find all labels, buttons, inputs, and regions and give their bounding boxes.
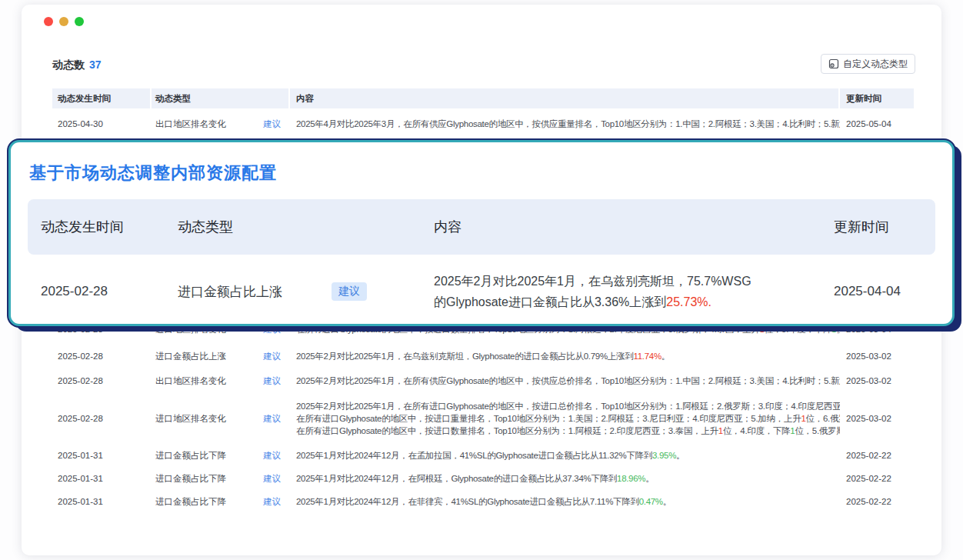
row-time: 2025-01-31 [52,451,152,460]
table-row[interactable]: 2025-02-28 进口地区排名变化 建议 2025年2月对比2025年1月，… [52,393,914,444]
row-time: 2025-04-30 [52,119,152,128]
row-content: 2025年2月对比2025年1月，在所有供应Glyphosate的地区中，按供应… [290,375,840,387]
row-updated: 2025-03-02 [840,352,914,361]
suggest-link[interactable]: 建议 [263,450,281,462]
row-content: 2025年4月对比2025年3月，在所有供应Glyphosate的地区中，按供应… [290,118,840,130]
header-time: 动态发生时间 [52,88,150,108]
popup-table-header: 动态发生时间 动态类型 内容 更新时间 [28,199,935,255]
table-row[interactable]: 2025-01-31 进口金额占比下降 建议 2025年1月对比2024年12月… [52,490,914,513]
row-type: 进口金额占比下降 [155,496,226,508]
row-type: 进口地区排名变化 [155,413,226,425]
row-updated: 2025-03-02 [840,376,914,385]
table-row[interactable]: 2025-01-31 进口金额占比下降 建议 2025年1月对比2024年12月… [52,444,914,467]
popup-title: 基于市场动态调整内部资源配置 [29,162,952,185]
row-updated: 2025-02-22 [840,474,914,483]
popup-header-type: 动态类型 [178,218,434,236]
row-type: 出口地区排名变化 [155,118,226,130]
row-type: 进口金额占比下降 [155,450,226,462]
suggest-link[interactable]: 建议 [263,375,281,387]
header-updated: 更新时间 [840,88,914,108]
row-content: 2025年2月对比2025年1月，在所有进口Glyphosate的地区中，按进口… [290,400,840,437]
customize-button-label: 自定义动态类型 [843,58,908,71]
header-type: 动态类型 [152,88,288,108]
minimize-window-button[interactable] [59,17,68,26]
suggest-link[interactable]: 建议 [263,496,281,508]
row-updated: 2025-02-22 [840,451,914,460]
row-type: 进口金额占比上涨 [155,351,226,362]
row-content: 2025年1月对比2024年12月，在阿根廷，Glyphosate的进口金额占比… [290,472,840,485]
row-time: 2025-01-31 [52,474,152,483]
table-row[interactable]: 2025-02-28 出口地区排名变化 建议 2025年2月对比2025年1月，… [52,368,914,393]
window-controls [44,17,84,26]
table-row[interactable]: 2025-04-30 出口地区排名变化 建议 2025年4月对比2025年3月，… [52,108,914,139]
header-content: 内容 [290,88,838,108]
dynamics-count-label: 动态数 [52,58,85,71]
row-updated: 2025-05-04 [840,119,914,128]
dynamics-count-value: 37 [89,58,102,71]
row-time: 2025-02-28 [52,352,152,361]
row-updated: 2025-02-22 [840,497,914,506]
table-header: 动态发生时间 动态类型 内容 更新时间 [52,88,914,108]
suggest-link[interactable]: 建议 [263,118,281,130]
customize-icon [828,58,839,69]
row-content: 2025年1月对比2024年12月，在菲律宾，41%SL的Glyphosate进… [290,495,840,508]
toolbar: 动态数37 自定义动态类型 [52,54,915,75]
customize-dynamic-type-button[interactable]: 自定义动态类型 [821,54,915,74]
suggest-link[interactable]: 建议 [263,413,281,425]
popup-row-time: 2025-02-28 [41,284,178,299]
suggest-link[interactable]: 建议 [263,473,281,485]
table-row[interactable]: 2025-02-28 进口金额占比上涨 建议 2025年2月对比2025年1月，… [52,344,914,368]
row-time: 2025-02-28 [52,376,152,385]
dynamic-detail-popup: 基于市场动态调整内部资源配置 动态发生时间 动态类型 内容 更新时间 2025-… [8,140,955,326]
suggest-link[interactable]: 建议 [263,351,281,362]
popup-row-updated: 2025-04-04 [834,284,935,299]
row-updated: 2025-03-02 [840,414,914,423]
popup-header-updated: 更新时间 [834,218,935,236]
dynamics-count: 动态数37 [52,58,102,72]
row-time: 2025-01-31 [52,497,152,506]
row-type: 进口金额占比下降 [155,473,226,485]
table-row[interactable]: 2025-01-31 进口金额占比下降 建议 2025年1月对比2024年12月… [52,467,914,490]
popup-header-content: 内容 [434,218,834,236]
popup-table-row: 2025-02-28 进口金额占比上涨 建议 2025年2月对比2025年1月，… [28,256,935,327]
suggest-badge[interactable]: 建议 [332,282,367,301]
popup-row-content: 2025年2月对比2025年1月，在乌兹别亮斯坦，75.7%WSG的Glypho… [434,271,834,312]
row-content: 2025年1月对比2024年12月，在孟加拉国，41%SL的Glyphosate… [290,449,840,462]
row-type: 出口地区排名变化 [155,375,226,387]
screen: 动态数37 自定义动态类型 动态发生时间 动态类型 内容 更新时间 2025-0… [0,0,963,560]
row-time: 2025-02-28 [52,414,152,423]
close-window-button[interactable] [44,17,53,26]
maximize-window-button[interactable] [75,17,84,26]
row-content: 2025年2月对比2025年1月，在乌兹别克斯坦，Glyphosate的进口金额… [290,350,840,362]
popup-row-type: 进口金额占比上涨 [178,283,282,301]
popup-header-time: 动态发生时间 [41,218,178,236]
